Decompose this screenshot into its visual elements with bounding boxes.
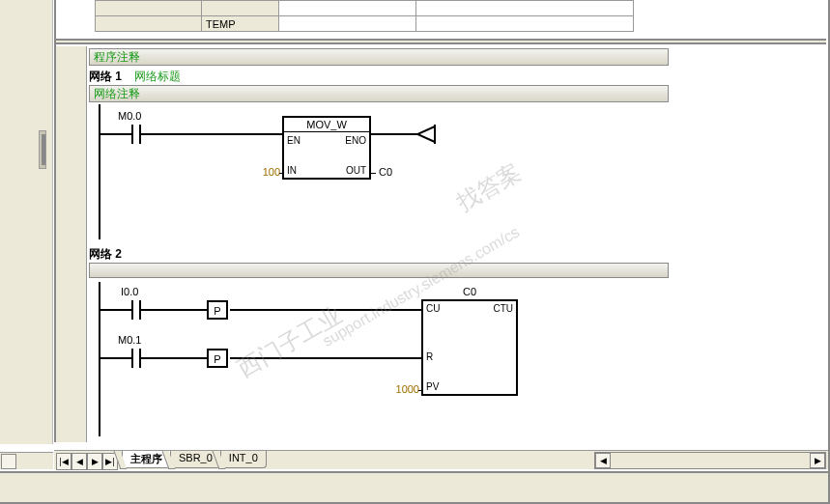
wire	[124, 133, 131, 135]
port-pv: PV	[426, 381, 439, 392]
network-1-rung: M0.0 MOV_W EN ENO IN OUT 100	[89, 104, 572, 239]
horizontal-splitter[interactable]	[56, 39, 826, 44]
nav-next-button[interactable]: ▶	[87, 453, 102, 470]
port-eno: ENO	[345, 135, 366, 146]
wire	[141, 357, 207, 359]
svg-line-0	[417, 126, 435, 134]
net1-title-text: 网络 1	[89, 70, 122, 83]
pv-value[interactable]: 1000	[388, 383, 419, 395]
wire	[124, 309, 131, 311]
wire	[141, 133, 149, 135]
status-footer	[0, 471, 828, 502]
network-2-title: 网络 2	[89, 245, 122, 263]
wire	[230, 309, 421, 311]
table-cell[interactable]	[96, 1, 202, 16]
wire	[230, 357, 421, 359]
contact-i00-label: I0.0	[121, 286, 138, 297]
table-cell[interactable]	[202, 1, 279, 16]
port-en: EN	[287, 135, 301, 146]
port-out: OUT	[346, 165, 366, 176]
wire	[99, 357, 126, 359]
tab-int0[interactable]: INT_0	[220, 451, 267, 468]
horizontal-scrollbar[interactable]: ◀ ▶	[594, 452, 826, 469]
corner-nav	[0, 452, 53, 469]
wire	[124, 357, 131, 359]
left-gutter	[0, 0, 53, 444]
wire	[418, 390, 423, 391]
row-header-gutter	[56, 46, 87, 442]
network-2-comment-bar[interactable]	[89, 263, 669, 278]
editor-panel: TEMP 程序注释 网络 1 网络标题 网络注释	[54, 0, 826, 442]
network-1-title: 网络 1 网络标题	[89, 68, 181, 85]
table-cell[interactable]	[279, 16, 416, 32]
net2-title-text: 网络 2	[89, 247, 122, 261]
table-cell[interactable]	[416, 16, 634, 32]
table-cell[interactable]	[416, 1, 634, 16]
contact-m01-label: M0.1	[118, 334, 141, 346]
eno-terminator-icon	[417, 125, 446, 144]
network-1-comment-bar[interactable]: 网络注释	[89, 85, 669, 102]
splitter-handle[interactable]	[39, 130, 46, 169]
nav-first-button[interactable]: |◀	[56, 453, 72, 470]
scroll-left-button[interactable]: ◀	[595, 453, 611, 468]
corner-button[interactable]	[1, 454, 16, 469]
mov-w-title: MOV_W	[284, 118, 369, 132]
svg-line-1	[417, 134, 435, 142]
table-cell[interactable]	[96, 16, 202, 32]
program-comment-bar[interactable]: 程序注释	[89, 48, 669, 66]
wire	[371, 133, 419, 135]
left-rail	[99, 104, 100, 239]
net1-comment-text: 网络注释	[94, 87, 140, 100]
wire	[99, 309, 126, 311]
port-cu: CU	[426, 303, 440, 314]
table-cell[interactable]	[279, 1, 416, 16]
network-2-rung: I0.0 P M0.1 P C0 CU CTU R P	[89, 282, 620, 446]
net1-subtitle[interactable]: 网络标题	[134, 70, 181, 83]
variable-table: TEMP	[95, 0, 634, 32]
nav-prev-button[interactable]: ◀	[72, 453, 87, 470]
mov-w-block[interactable]: MOV_W EN ENO IN OUT	[282, 116, 371, 180]
port-r: R	[426, 351, 433, 362]
wire	[141, 309, 207, 311]
counter-name: C0	[421, 286, 518, 297]
mov-in-value[interactable]: 100	[259, 166, 280, 178]
port-in: IN	[287, 165, 297, 176]
mov-out-value[interactable]: C0	[379, 166, 392, 178]
edge-p-a[interactable]: P	[207, 300, 228, 320]
edge-p-b[interactable]: P	[207, 349, 228, 368]
wire	[99, 133, 126, 135]
port-ctu: CTU	[493, 303, 513, 314]
ctu-block[interactable]: CU CTU R PV	[421, 299, 518, 396]
wire	[371, 173, 376, 174]
ladder-editor[interactable]: 程序注释 网络 1 网络标题 网络注释 M0.0	[87, 46, 824, 442]
program-comment-text: 程序注释	[94, 50, 140, 64]
table-cell[interactable]: TEMP	[202, 16, 279, 32]
contact-m00-label: M0.0	[118, 110, 141, 122]
wire	[279, 173, 284, 174]
scroll-right-button[interactable]: ▶	[810, 453, 825, 468]
wire	[149, 133, 282, 135]
left-rail	[99, 282, 100, 436]
